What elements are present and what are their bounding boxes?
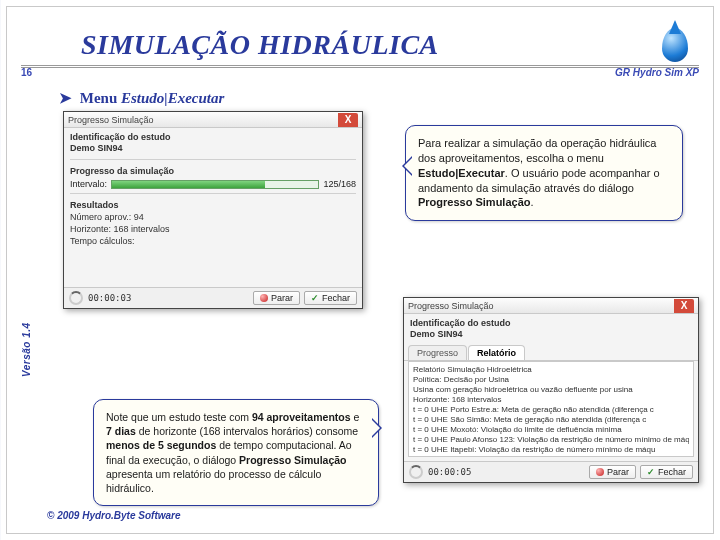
dialog-title: Progresso Simulação bbox=[408, 298, 494, 314]
report-line: t = 0 UHE Moxotó: Violação do limite de … bbox=[413, 425, 689, 435]
result-line-2: Horizonte: 168 intervalos bbox=[64, 223, 362, 235]
study-id-heading: Identificação do estudo bbox=[404, 314, 698, 329]
report-line: t = 0 UHE Paulo Afonso 123: Violação da … bbox=[413, 435, 689, 445]
report-line: Política: Decisão por Usina bbox=[413, 375, 689, 385]
study-id-heading: Identificação do estudo bbox=[64, 128, 362, 143]
spinner-icon bbox=[69, 291, 83, 305]
report-line: Horizonte: 168 intervalos bbox=[413, 395, 689, 405]
tab-progress[interactable]: Progresso bbox=[408, 345, 467, 360]
close-button[interactable]: X bbox=[338, 113, 358, 127]
version-label: Versão 1.4 bbox=[21, 322, 32, 377]
dialog-title: Progresso Simulação bbox=[68, 112, 154, 128]
report-line: Usina com geração hidroelétrica ou vazão… bbox=[413, 385, 689, 395]
interval-value: 125/168 bbox=[323, 179, 356, 189]
water-drop-icon bbox=[651, 25, 699, 65]
results-heading: Resultados bbox=[64, 196, 362, 211]
report-pane: Relatório Simulação Hidroelétrica Políti… bbox=[408, 361, 694, 457]
close-dialog-button[interactable]: Fechar bbox=[640, 465, 693, 479]
menu-path-line: ➤ Menu Estudo|Executar bbox=[59, 89, 224, 107]
report-line: t = 0 UHE São Simão: Meta de geração não… bbox=[413, 415, 689, 425]
study-id-value: Demo SIN94 bbox=[410, 329, 463, 339]
close-dialog-button[interactable]: Fechar bbox=[304, 291, 357, 305]
spinner-icon bbox=[409, 465, 423, 479]
stop-button[interactable]: Parar bbox=[589, 465, 636, 479]
page-number: 16 bbox=[21, 67, 32, 78]
report-line: Relatório Simulação Hidroelétrica bbox=[413, 365, 689, 375]
callout-bubble-2: Note que um estudo teste com 94 aproveit… bbox=[93, 399, 379, 506]
chevron-icon: ➤ bbox=[59, 90, 72, 106]
progress-bar bbox=[111, 180, 319, 189]
stop-button[interactable]: Parar bbox=[253, 291, 300, 305]
study-id-value: Demo SIN94 bbox=[70, 143, 123, 153]
copyright: © 2009 Hydro.Byte Software bbox=[47, 510, 181, 521]
menu-word: Menu bbox=[80, 90, 118, 106]
elapsed-time: 00:00:05 bbox=[428, 467, 471, 477]
tab-report[interactable]: Relatório bbox=[468, 345, 525, 360]
close-button[interactable]: X bbox=[674, 299, 694, 313]
report-line: t = 0 UHE Porto Estre.a: Meta de geração… bbox=[413, 405, 689, 415]
app-name: GR Hydro Sim XP bbox=[615, 67, 699, 78]
result-line-1: Número aprov.: 94 bbox=[64, 211, 362, 223]
page-title: SIMULAÇÃO HIDRÁULICA bbox=[21, 29, 439, 65]
sim-progress-heading: Progresso da simulação bbox=[64, 162, 362, 177]
progress-dialog-report: Progresso Simulação X Identificação do e… bbox=[403, 297, 699, 483]
result-line-3: Tempo cálculos: bbox=[64, 235, 362, 247]
callout-bubble-1: Para realizar a simulação da operação hi… bbox=[405, 125, 683, 221]
progress-dialog-running: Progresso Simulação X Identificação do e… bbox=[63, 111, 363, 309]
report-line: t = 0 UHE Itapebi: Violação da restrição… bbox=[413, 445, 689, 455]
elapsed-time: 00:00:03 bbox=[88, 293, 131, 303]
menu-path: Estudo|Executar bbox=[121, 90, 224, 106]
interval-label: Intervalo: bbox=[70, 179, 107, 189]
